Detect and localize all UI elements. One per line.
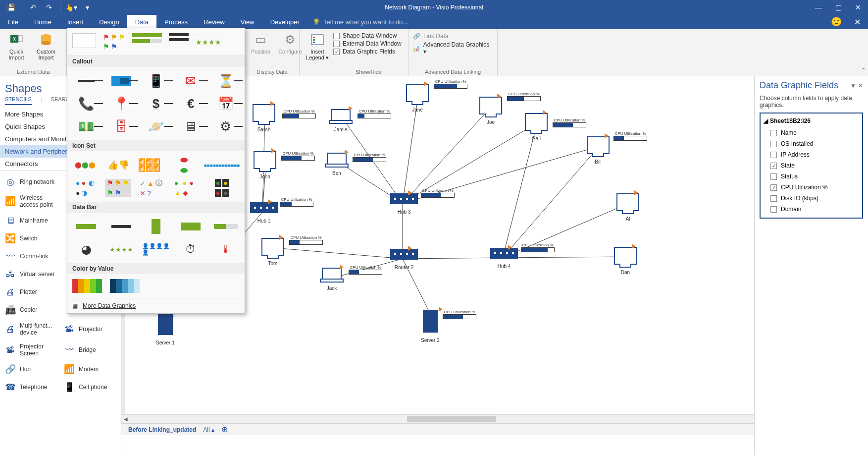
shape-item[interactable]: 📱Cell phone	[62, 379, 118, 396]
field-checkbox-row[interactable]: Status	[764, 171, 859, 182]
shape-item[interactable]: 📶Modem	[62, 361, 118, 378]
colorset-rainbow[interactable]	[72, 279, 102, 293]
sheet-expander[interactable]: ◢Sheet1$B2:I26	[764, 116, 859, 127]
gallery-stars-option[interactable]: —★★★★	[196, 33, 221, 51]
shape-item[interactable]: 📽Projector	[62, 319, 118, 339]
gallery-dashes-option[interactable]	[169, 33, 189, 51]
callout-tag-option[interactable]	[107, 72, 135, 90]
iconset-thumbs[interactable]: 👍👎	[105, 156, 131, 174]
shape-item[interactable]: 📽Projector Screen	[3, 340, 59, 360]
undo-icon[interactable]: ↶	[26, 1, 40, 13]
diagram-node[interactable]: SarahCPU Utilization %	[253, 104, 275, 132]
callout-dollar-option[interactable]: $	[142, 95, 170, 113]
databar-people[interactable]: 👤👤👤👤👤	[142, 240, 170, 258]
diagram-node[interactable]: Al	[616, 193, 639, 222]
shape-item[interactable]: 📶Wireless access point	[3, 191, 59, 211]
gallery-none-option[interactable]	[72, 33, 96, 48]
databar-2[interactable]	[107, 218, 135, 235]
field-checkbox-row[interactable]: ✓CPU Utilization %	[764, 182, 859, 193]
diagram-node[interactable]: JaneCPU Utilization %	[406, 84, 429, 113]
field-checkbox-row[interactable]: OS Installed	[764, 138, 859, 149]
shape-item[interactable]: ☎Telephone	[3, 379, 59, 396]
scroll-left-icon[interactable]: ◀	[121, 415, 130, 423]
insert-legend-button[interactable]: Insert Legend ▾	[303, 31, 332, 67]
iconset-grid[interactable]: ■■■■■■■■■■■■	[204, 156, 240, 174]
databar-thermo[interactable]: 🌡	[212, 240, 240, 258]
stencils-tab[interactable]: STENCILS	[5, 96, 32, 105]
touch-mode-icon[interactable]: 👆▾	[64, 1, 78, 13]
diagram-node[interactable]: JackCPU Utilization %	[322, 268, 342, 291]
panel-close-icon[interactable]: ✕	[858, 82, 863, 89]
save-icon[interactable]: 💾	[4, 1, 18, 13]
callout-planet-option[interactable]: 🪐	[142, 117, 170, 135]
diagram-node[interactable]: JamieCPU Utilization %	[331, 109, 351, 132]
external-data-window-checkbox[interactable]: External Data Window	[329, 40, 408, 48]
shape-item[interactable]: 🔗Hub	[3, 361, 59, 378]
menu-data[interactable]: Data	[127, 15, 156, 29]
databar-gauge[interactable]: ⏱	[177, 240, 204, 258]
callout-phone-option[interactable]: 📱	[142, 72, 170, 90]
iconset-flags2[interactable]: ⚑⚑⚑⚑⚑	[105, 179, 131, 197]
callout-mail-option[interactable]: ✉	[177, 72, 204, 90]
custom-import-button[interactable]: Custom Import	[32, 31, 60, 67]
databar-3[interactable]	[142, 218, 170, 235]
menu-file[interactable]: File	[0, 15, 26, 29]
iconset-traffic[interactable]: ●●●●	[204, 179, 240, 197]
gallery-flags-option[interactable]: ⚑⚑⚑ ⚑⚑	[103, 33, 125, 51]
gallery-bars-option[interactable]	[132, 33, 162, 51]
diagram-node[interactable]: JoeCPU Utilization %	[479, 97, 502, 125]
iconset-pies[interactable]: ●●◐●◑	[72, 179, 98, 197]
iconset-shields[interactable]: ⬢⬢⬢	[72, 156, 98, 174]
databar-4[interactable]	[177, 218, 204, 235]
iconset-toggles[interactable]: ⬬⬬	[171, 156, 197, 174]
field-checkbox-row[interactable]: Domain	[764, 204, 859, 215]
field-checkbox-row[interactable]: ✓State	[764, 160, 859, 171]
menu-insert[interactable]: Insert	[59, 15, 92, 29]
diagram-node[interactable]: Hub 3CPU Utilization %	[390, 193, 418, 215]
minimize-icon[interactable]: —	[809, 0, 828, 15]
callout-money-option[interactable]: 💵	[72, 117, 100, 135]
callout-cpu-option[interactable]: ⚙	[212, 117, 240, 135]
customize-qat-icon[interactable]: ▾	[80, 1, 94, 13]
shape-item[interactable]: 🔀Switch	[3, 230, 59, 247]
colorset-blues[interactable]	[110, 279, 140, 293]
callout-text-option[interactable]	[72, 72, 100, 90]
diagram-node[interactable]: TomCPU Utilization %	[261, 238, 284, 266]
menu-home[interactable]: Home	[26, 15, 59, 29]
feedback-smiley-icon[interactable]: 🙂	[826, 16, 847, 27]
callout-call-option[interactable]: 📞	[72, 95, 100, 113]
data-graphic-fields-checkbox[interactable]: ✓ Data Graphic Fields	[329, 48, 408, 56]
callout-euro-option[interactable]: €	[177, 95, 204, 113]
databar-pie[interactable]: ◕	[72, 240, 100, 258]
iconset-status[interactable]: ✓▲ⓘ✕?	[138, 179, 164, 197]
iconset-lights[interactable]: ●●●▲◆	[171, 179, 197, 197]
shape-data-window-checkbox[interactable]: Shape Data Window	[329, 32, 408, 40]
shape-item[interactable]: 📠Copier	[3, 301, 59, 318]
callout-server-option[interactable]: 🖥	[177, 117, 204, 135]
advanced-data-graphics-button[interactable]: 📊 Advanced Data Graphics ▾	[408, 41, 497, 56]
add-page-icon[interactable]: ⊕	[221, 425, 228, 434]
more-data-graphics-button[interactable]: ▦ More Data Graphics	[67, 298, 245, 313]
menu-view[interactable]: View	[233, 15, 262, 29]
shape-item[interactable]: 🖨Plotter	[3, 284, 59, 300]
all-pages-button[interactable]: All ▴	[203, 426, 214, 433]
restore-icon[interactable]: ▢	[828, 0, 848, 15]
tell-me-search[interactable]: 💡 Tell me what you want to do...	[307, 18, 408, 26]
diagram-node[interactable]: Hub 1CPU Utilization %	[250, 202, 278, 224]
diagram-node[interactable]: JohnCPU Utilization %	[254, 151, 276, 179]
menu-review[interactable]: Review	[196, 15, 233, 29]
diagram-node[interactable]: GailCPU Utilization %	[525, 113, 548, 141]
callout-pin-option[interactable]: 📍	[107, 95, 135, 113]
diagram-node[interactable]: BenCPU Utilization %	[327, 153, 347, 176]
field-checkbox-row[interactable]: Name	[764, 127, 859, 138]
diagram-node[interactable]: Server 1CPU Utilization %	[156, 312, 175, 345]
shape-item[interactable]: 〰Bridge	[62, 340, 118, 360]
databar-5[interactable]	[212, 218, 240, 235]
panel-menu-icon[interactable]: ▼	[850, 82, 856, 89]
redo-icon[interactable]: ↷	[42, 1, 56, 13]
shape-item[interactable]: 〰Comm-link	[3, 248, 59, 265]
diagram-node[interactable]: Server 2CPU Utilization %	[421, 310, 440, 343]
close-document-icon[interactable]: ✕	[847, 17, 868, 27]
page-tab-active[interactable]: Before Linking_updated	[128, 426, 196, 433]
callout-hourglass-option[interactable]: ⏳	[212, 72, 240, 90]
